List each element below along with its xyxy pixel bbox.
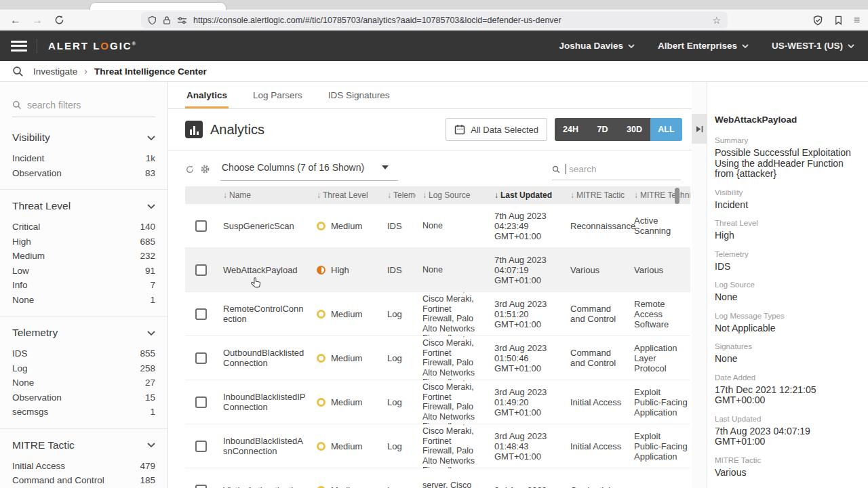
filter-count: 855 [140,346,155,361]
row-checkbox[interactable] [195,441,207,452]
table-row[interactable]: VictimAuthenticatio Medium Log server, C… [185,468,690,488]
filter-item[interactable]: None 27 [12,375,155,390]
permissions-icon[interactable] [177,16,187,24]
threat-level-icon [317,310,326,319]
table-scrollbar-thumb[interactable] [675,188,679,204]
column-header[interactable]: ↓MITRE Technique [627,190,690,200]
row-checkbox[interactable] [195,485,207,488]
chevron-down-icon [628,44,635,48]
browser-tab[interactable] [90,2,226,10]
filter-item[interactable]: Critical 140 [12,220,155,235]
time-range-button[interactable]: ALL [650,118,682,141]
column-header[interactable]: ↓MITRE Tactic [564,190,627,200]
date-filter-button[interactable]: All Data Selected [446,118,547,141]
chevron-down-icon[interactable] [147,443,155,447]
filter-item[interactable]: Info 7 [12,278,155,293]
header-menu-label: Joshua Davies [559,41,623,51]
filter-item[interactable]: Command and Control 185 [12,473,155,488]
filter-count: 83 [145,166,155,181]
url-bar[interactable]: https://console.alertlogic.com/#/tic/107… [141,12,728,28]
chevron-down-icon[interactable] [147,331,155,336]
field-label: Telemetry [715,250,857,258]
time-range-segments: 24H 7D 30D ALL [555,118,682,141]
main-content: Analytics Log Parsers IDS Signatures Ana… [168,82,692,488]
saved-items-icon[interactable] [833,15,844,26]
row-checkbox[interactable] [195,220,207,232]
collapse-panel-button[interactable] [692,114,707,144]
column-header[interactable]: ↓Log Source [416,190,488,200]
refresh-icon[interactable] [185,165,195,174]
header-menu[interactable]: Joshua Davies [559,41,635,51]
time-range-button[interactable]: 24H [555,118,587,141]
field-label: Visibility [715,188,857,197]
filter-section-threat-level: Threat Level Critical 140 High 685 [0,189,167,316]
table-row[interactable]: OutboundBlacklistedConnection Medium Log… [185,336,690,380]
cell-threat-level: Medium [310,485,380,488]
browser-menu-icon[interactable]: ≡ [854,14,860,26]
chevron-down-icon[interactable] [147,204,155,209]
column-header[interactable]: ↓Last Updated [488,190,564,200]
table-row[interactable]: InboundBlacklistedAsnConnection Medium L… [185,424,690,468]
filter-item[interactable]: Observation 83 [12,166,155,181]
column-header[interactable]: ↓Name [216,190,310,200]
filter-search-input[interactable] [27,100,155,110]
date-filter-label: All Data Selected [471,125,538,135]
row-checkbox[interactable] [195,396,207,408]
time-range-button[interactable]: 30D [618,118,650,141]
filter-label: Command and Control [12,473,104,488]
section-header[interactable]: Telemetry [12,327,155,339]
search-icon[interactable] [12,66,24,77]
reload-button[interactable] [52,13,66,28]
bookmark-star-icon[interactable]: ☆ [712,15,721,26]
filter-item[interactable]: Low 91 [12,264,155,279]
filter-item[interactable]: Observation 15 [12,390,155,405]
shield-check-icon[interactable] [812,15,823,26]
section-header[interactable]: Threat Level [12,200,155,212]
choose-columns-dropdown[interactable]: Choose Columns (7 of 16 Shown) [220,162,398,181]
cell-telemetry: Log [380,485,416,488]
section-title: MITRE Tactic [12,439,75,451]
search-icon [552,165,560,174]
filter-item[interactable]: IDS 855 [12,346,155,361]
table-row[interactable]: RemoteControlConnection Medium Log Cisco… [185,292,690,336]
alert-logic-logo: ALERT LOGIC® [48,40,136,52]
breadcrumb-section[interactable]: Investigate [33,66,77,77]
threat-level-icon [317,222,326,230]
table-search[interactable] [552,164,681,180]
table-row[interactable]: InboundBlacklistedIPConnection Medium Lo… [185,380,690,424]
filter-item[interactable]: secmsgs 1 [12,405,155,420]
tab[interactable]: IDS Signatures [327,82,391,108]
back-button[interactable]: ← [8,13,23,28]
column-header[interactable]: ↓Threat Level [310,190,380,200]
section-header[interactable]: Visibility [12,131,155,144]
threat-level-icon [317,486,326,488]
row-checkbox[interactable] [195,264,207,276]
table-search-input[interactable] [569,164,681,174]
chevron-down-icon[interactable] [147,136,155,140]
app-menu-button[interactable] [11,41,27,52]
tab[interactable]: Log Parsers [252,82,304,108]
filter-item[interactable]: Medium 232 [12,249,155,264]
filter-item[interactable]: Initial Access 479 [12,459,155,474]
header-menu[interactable]: Albert Enterprises [658,41,749,51]
row-checkbox[interactable] [195,352,207,364]
column-header[interactable]: ↓Telemetry [380,190,416,200]
shield-icon[interactable] [148,16,157,25]
filter-item[interactable]: High 685 [12,235,155,249]
lock-icon[interactable] [163,16,171,25]
tab[interactable]: Analytics [185,82,229,108]
row-checkbox[interactable] [195,308,207,320]
table-row[interactable]: SuspGenericScan Medium IDS None 7th Aug … [185,204,690,248]
time-range-button[interactable]: 7D [587,118,618,141]
header-menu[interactable]: US-WEST-1 (US) [772,41,854,51]
browser-tab-strip [0,0,868,9]
forward-button[interactable]: → [30,13,45,28]
cell-telemetry: Log [380,309,416,319]
gear-icon[interactable] [200,164,210,174]
filter-item[interactable]: Log 258 [12,361,155,376]
filter-item[interactable]: None 1 [12,293,155,308]
filter-item[interactable]: Incident 1k [12,151,155,166]
section-header[interactable]: MITRE Tactic [12,439,155,451]
cell-mitre-tactic: Initial Access [564,397,627,407]
filter-search[interactable] [12,100,155,117]
